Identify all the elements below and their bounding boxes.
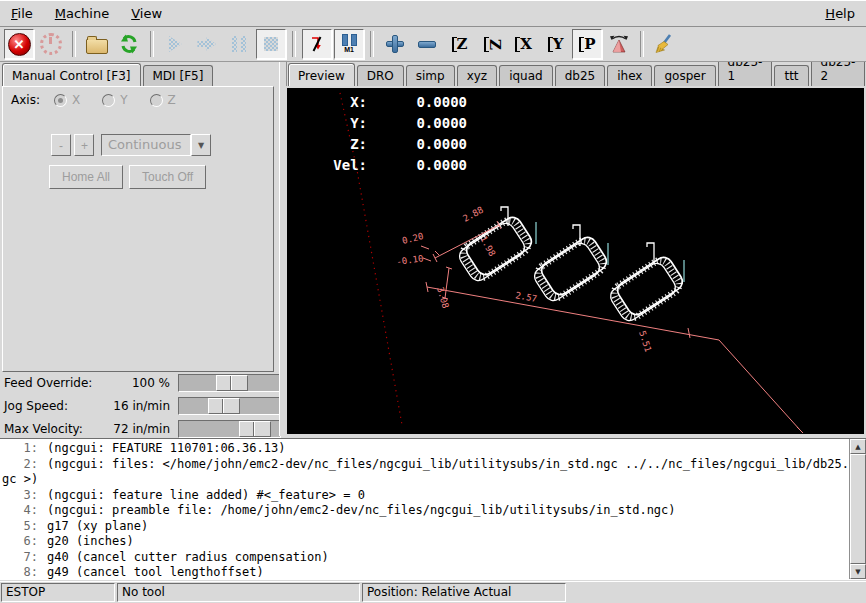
- preview-tabbar: PreviewDROsimpxyziquaddb25ihexgosperdb25…: [288, 62, 866, 86]
- dimension-lines: [421, 221, 803, 433]
- view-z-button[interactable]: Z: [444, 29, 474, 59]
- readout-z-value: 0.0000: [367, 136, 467, 157]
- scroll-up-icon[interactable]: ▲: [850, 439, 866, 454]
- view-z-rotated-icon: Z: [481, 35, 502, 54]
- feed-override-slider[interactable]: [178, 374, 281, 392]
- feed-override-label: Feed Override:: [0, 376, 108, 390]
- preview-canvas[interactable]: 0.20 -0.10 2.88 1.98 3.08 2.57 5.51 X:0.…: [287, 88, 864, 434]
- tab-db25[interactable]: db25: [555, 65, 606, 86]
- estop-button[interactable]: ✕: [4, 29, 34, 59]
- axis-radio-x[interactable]: X: [54, 93, 80, 107]
- gcode-scrollbar[interactable]: ▲ ▼: [849, 439, 866, 579]
- home-all-button[interactable]: Home All: [49, 165, 123, 189]
- tab-ihex[interactable]: ihex: [607, 65, 652, 86]
- axis-radio-y[interactable]: Y: [102, 93, 127, 107]
- readout-vel-value: 0.0000: [367, 157, 467, 178]
- jog-speed-slider[interactable]: [178, 397, 281, 415]
- reload-file-button[interactable]: [114, 29, 144, 59]
- axis-y-label: Y: [120, 93, 127, 107]
- view-x-button[interactable]: X: [508, 29, 538, 59]
- scroll-down-icon[interactable]: ▼: [850, 564, 866, 579]
- menu-file[interactable]: File: [0, 2, 44, 25]
- skip-lines-toggle[interactable]: [302, 29, 332, 59]
- scrollbar-thumb[interactable]: [850, 454, 866, 564]
- radio-y-icon: [102, 94, 115, 107]
- svg-text:3.08: 3.08: [435, 286, 451, 310]
- chevron-down-icon[interactable]: ▼: [191, 134, 211, 156]
- max-velocity-value: 72 in/min: [108, 422, 178, 436]
- tab-db25-2[interactable]: db25-2: [811, 62, 866, 86]
- tab-gosper[interactable]: gosper: [654, 65, 715, 86]
- stop-icon: [264, 37, 278, 51]
- stop-button[interactable]: [256, 29, 286, 59]
- run-button[interactable]: [160, 29, 190, 59]
- tab-ttt[interactable]: ttt: [774, 65, 808, 86]
- toolbar: ✕M1ZZXYP: [0, 27, 866, 62]
- max-velocity-slider[interactable]: [178, 420, 281, 438]
- main-area: Manual Control [F3]MDI [F5] Axis: X Y Z: [0, 62, 866, 436]
- view-y-button[interactable]: Y: [540, 29, 570, 59]
- view-z-rotated-button[interactable]: Z: [476, 29, 506, 59]
- step-button[interactable]: [192, 29, 222, 59]
- feed-override-value: 100 %: [108, 376, 178, 390]
- pause-icon: [232, 36, 246, 52]
- tab-dro[interactable]: DRO: [357, 65, 404, 86]
- tab-db25-1[interactable]: db25-1: [718, 62, 773, 86]
- readout-vel-label: Vel:: [305, 157, 367, 178]
- pause-button[interactable]: [224, 29, 254, 59]
- gcode-line: 2:(ngcgui: files: </home/john/emc2-dev/n…: [0, 457, 849, 473]
- menu-view[interactable]: View: [120, 2, 173, 25]
- axis-label: Axis:: [11, 93, 40, 107]
- axis-x-label: X: [72, 93, 80, 107]
- optional-pause-toggle[interactable]: M1: [334, 29, 364, 59]
- svg-text:2.88: 2.88: [461, 205, 485, 224]
- readout-x-label: X:: [305, 94, 367, 115]
- slider-group: Feed Override: 100 % Jog Speed: 16 in/mi…: [0, 372, 279, 441]
- tab-manual-control-f3[interactable]: Manual Control [F3]: [2, 63, 141, 86]
- jog-mode-combobox[interactable]: Continuous ▼: [101, 134, 211, 156]
- feed-override-handle[interactable]: [216, 375, 248, 391]
- gcode-line: gc >): [0, 472, 849, 488]
- jog-minus-button[interactable]: -: [51, 134, 71, 156]
- gcode-line: 6:g20 (inches): [0, 534, 849, 550]
- status-tool: No tool: [117, 583, 360, 602]
- optional-pause-icon: M1: [342, 34, 357, 54]
- menu-machine[interactable]: Machine: [44, 2, 120, 25]
- tab-xyz[interactable]: xyz: [457, 65, 498, 86]
- open-file-button[interactable]: [82, 29, 112, 59]
- statusbar: ESTOP No tool Position: Relative Actual: [0, 581, 866, 603]
- preview-frame: 0.20 -0.10 2.88 1.98 3.08 2.57 5.51 X:0.…: [285, 86, 866, 436]
- touch-off-button[interactable]: Touch Off: [129, 165, 206, 189]
- gcode-line: 8:g49 (cancel tool lengthoffset): [0, 565, 849, 579]
- zoom-out-button[interactable]: [412, 29, 442, 59]
- view-p-icon: P: [576, 35, 597, 54]
- estop-icon: ✕: [8, 33, 31, 56]
- axis-z-label: Z: [168, 93, 176, 107]
- menubar: File Machine View Help: [0, 0, 866, 27]
- machine-power-button[interactable]: [36, 29, 66, 59]
- menu-help[interactable]: Help: [814, 2, 866, 25]
- tab-iquad[interactable]: iquad: [499, 65, 553, 86]
- view-p-button[interactable]: P: [572, 29, 602, 59]
- tab-simp[interactable]: simp: [406, 65, 455, 86]
- clear-plot-button[interactable]: [650, 29, 680, 59]
- axis-radio-z[interactable]: Z: [150, 93, 176, 107]
- rotate-view-icon: [608, 34, 630, 54]
- toolbar-separator: [640, 31, 644, 57]
- skip-lines-icon: [307, 34, 327, 54]
- zoom-in-button[interactable]: [380, 29, 410, 59]
- status-position-mode: Position: Relative Actual: [362, 583, 566, 602]
- rotate-view-button[interactable]: [604, 29, 634, 59]
- toolbar-separator: [370, 31, 374, 57]
- tab-preview[interactable]: Preview: [288, 63, 355, 86]
- max-velocity-handle[interactable]: [239, 421, 271, 437]
- open-folder-icon: [86, 39, 108, 54]
- view-z-icon: Z: [449, 35, 470, 54]
- gcode-line: 4:(ngcgui: preamble file: /home/john/emc…: [0, 503, 849, 519]
- jog-speed-handle[interactable]: [208, 398, 240, 414]
- tab-mdi-f5[interactable]: MDI [F5]: [143, 65, 214, 86]
- jog-plus-button[interactable]: +: [74, 134, 94, 156]
- axis-main-window: File Machine View Help ✕M1ZZXYP Manual C…: [0, 0, 866, 603]
- toolpath-pocket: [607, 243, 686, 324]
- svg-text:5.51: 5.51: [637, 330, 653, 354]
